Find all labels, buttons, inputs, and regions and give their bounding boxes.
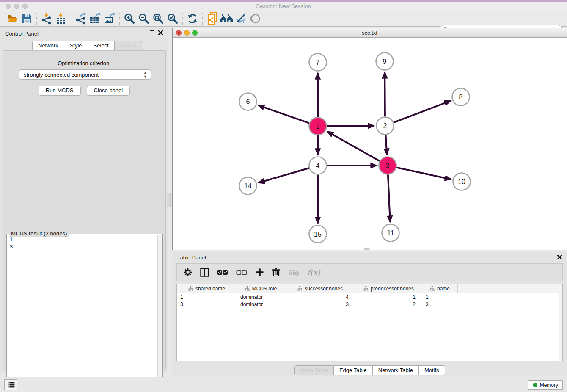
column-header-shared-name[interactable]: shared name xyxy=(177,284,237,293)
network-canvas[interactable]: 7968124314101511 xyxy=(173,38,567,250)
graph-node-8[interactable]: 8 xyxy=(452,88,470,106)
export-image-icon[interactable] xyxy=(102,12,117,25)
run-mcds-button[interactable]: Run MCDS xyxy=(39,86,81,96)
zoom-window-icon[interactable] xyxy=(22,4,28,9)
export-network-icon[interactable] xyxy=(74,12,88,25)
cell-mcds-role[interactable]: dominator xyxy=(237,294,285,300)
optimization-criterion-label: Optimization criterion: xyxy=(3,60,165,66)
graph-edge-3-11[interactable] xyxy=(388,175,390,222)
graph-node-15[interactable]: 15 xyxy=(309,226,327,243)
memory-status-icon xyxy=(533,383,537,387)
delete-column-icon[interactable] xyxy=(272,268,280,277)
cell-name[interactable]: 3 xyxy=(422,301,458,307)
save-session-icon[interactable] xyxy=(19,12,34,25)
close-window-icon[interactable] xyxy=(6,4,11,9)
deselect-all-icon[interactable] xyxy=(236,270,247,275)
cell-predecessor-nodes[interactable]: 2 xyxy=(355,301,422,307)
graph-edge-1-6[interactable] xyxy=(258,105,309,123)
cell-shared-name[interactable]: 1 xyxy=(177,294,237,300)
graph-edge-3-1[interactable] xyxy=(327,132,380,161)
cell-successor-nodes[interactable]: 3 xyxy=(285,301,355,307)
graph-edge-3-10[interactable] xyxy=(396,168,451,179)
table-panel-title: Table Panel xyxy=(177,254,206,261)
float-panel-icon[interactable] xyxy=(549,255,553,259)
minimize-view-icon[interactable]: − xyxy=(184,30,190,36)
selected-option: strongly connected component xyxy=(24,72,99,78)
tab-network[interactable]: Network xyxy=(32,41,64,51)
add-column-icon[interactable] xyxy=(255,268,264,277)
zoom-fit-icon[interactable] xyxy=(151,12,165,25)
tab-node-table[interactable]: Node Table xyxy=(294,365,334,375)
column-header-successor-nodes[interactable]: successor nodes xyxy=(285,284,355,293)
table-settings-gear-icon[interactable] xyxy=(184,268,192,276)
optimization-criterion-select[interactable]: strongly connected component ▲▼ xyxy=(19,69,151,80)
tab-style[interactable]: Style xyxy=(64,41,88,51)
refresh-layout-icon[interactable] xyxy=(185,12,200,25)
table-scrollbar[interactable] xyxy=(559,293,562,361)
network-view-window: × − + scc.txt 7968124314101511 xyxy=(172,28,567,250)
graph-node-6[interactable]: 6 xyxy=(239,93,257,110)
cell-mcds-role[interactable]: dominator xyxy=(237,301,285,307)
zoom-selected-icon[interactable] xyxy=(165,12,180,25)
attribute-tree-icon xyxy=(188,286,193,291)
cell-shared-name[interactable]: 3 xyxy=(177,301,237,307)
toolbar-separator xyxy=(36,13,37,25)
select-all-icon[interactable] xyxy=(217,270,228,275)
graph-node-9[interactable]: 9 xyxy=(376,53,394,70)
graph-node-14[interactable]: 14 xyxy=(239,177,257,195)
close-view-icon[interactable]: × xyxy=(176,30,182,36)
graph-node-4[interactable]: 4 xyxy=(309,157,327,174)
open-session-icon[interactable] xyxy=(5,12,19,25)
graph-node-7[interactable]: 7 xyxy=(309,54,327,71)
tab-network-table[interactable]: Network Table xyxy=(373,365,419,375)
task-history-button[interactable] xyxy=(4,379,17,390)
close-panel-icon[interactable] xyxy=(557,255,562,259)
table-tabs: Node TableEdge TableNetwork TableMotifs xyxy=(172,365,567,375)
window-resize-handle[interactable] xyxy=(364,248,370,250)
hide-selected-icon[interactable] xyxy=(234,12,248,25)
close-panel-button[interactable]: Close panel xyxy=(87,86,130,96)
maximize-view-icon[interactable]: + xyxy=(192,30,198,36)
memory-button[interactable]: Memory xyxy=(528,380,563,390)
graph-node-2[interactable]: 2 xyxy=(377,117,394,135)
cell-name[interactable]: 1 xyxy=(422,294,458,300)
graph-edge-2-8[interactable] xyxy=(394,101,451,122)
new-network-icon[interactable] xyxy=(205,12,220,25)
table-row[interactable]: 3dominator323 xyxy=(177,301,562,308)
tab-motifs[interactable]: Motifs xyxy=(419,365,445,375)
graph-node-3[interactable]: 3 xyxy=(379,157,396,174)
mcds-result-title: MCDS result (2 nodes) xyxy=(9,230,69,237)
export-table-icon[interactable] xyxy=(88,12,102,25)
attribute-tree-icon xyxy=(430,286,435,291)
graph-edge-2-3[interactable] xyxy=(385,135,387,155)
tab-edge-table[interactable]: Edge Table xyxy=(334,365,373,375)
graph-node-11[interactable]: 11 xyxy=(382,224,399,242)
network-window-titlebar[interactable]: × − + scc.txt xyxy=(173,28,567,38)
zoom-out-icon[interactable] xyxy=(137,12,151,25)
tab-select[interactable]: Select xyxy=(88,41,115,51)
column-header-mcds-role[interactable]: MCDS role xyxy=(237,284,285,293)
tab-mcds[interactable]: MCDS xyxy=(115,41,142,51)
column-layout-icon[interactable] xyxy=(200,268,209,277)
graph-edge-2-9[interactable] xyxy=(385,72,385,117)
zoom-in-icon[interactable] xyxy=(122,12,137,25)
minimize-window-icon[interactable] xyxy=(14,4,19,9)
first-neighbors-icon[interactable] xyxy=(220,12,234,25)
show-all-icon[interactable] xyxy=(248,12,263,25)
graph-edge-1-2[interactable] xyxy=(327,126,374,126)
close-panel-icon[interactable] xyxy=(158,30,163,35)
float-panel-icon[interactable] xyxy=(150,30,154,35)
table-row[interactable]: 1dominator411 xyxy=(177,293,562,301)
cell-predecessor-nodes[interactable]: 1 xyxy=(355,294,422,300)
graph-node-1[interactable]: 1 xyxy=(309,118,327,135)
graph-edge-4-14[interactable] xyxy=(259,168,309,183)
import-network-icon[interactable] xyxy=(39,12,54,25)
cell-successor-nodes[interactable]: 4 xyxy=(285,294,355,300)
network-view-title: scc.txt xyxy=(173,28,567,38)
import-table-icon[interactable] xyxy=(54,12,68,25)
column-header-name[interactable]: name xyxy=(422,284,458,293)
panel-splitter-handle[interactable] xyxy=(167,193,171,207)
result-scrollbar[interactable] xyxy=(157,235,162,392)
column-header-predecessor-nodes[interactable]: predecessor nodes xyxy=(355,284,422,293)
graph-node-10[interactable]: 10 xyxy=(453,173,471,190)
